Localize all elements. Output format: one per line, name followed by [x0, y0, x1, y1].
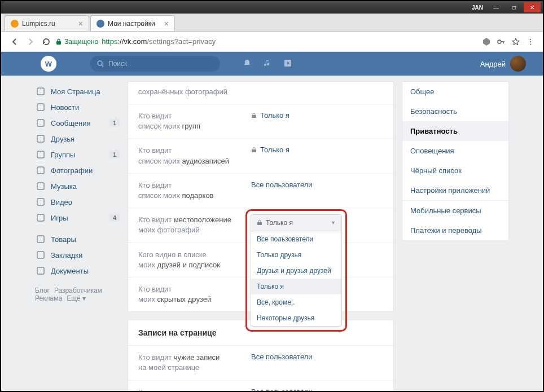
key-icon[interactable] — [495, 36, 507, 47]
row-can-post: Кто может оставлять записина моей страни… — [128, 380, 393, 392]
value-gifts[interactable]: Все пользователи — [251, 180, 313, 189]
photos-icon — [35, 165, 46, 176]
user-menu[interactable]: Андрей — [480, 56, 526, 72]
dd-option[interactable]: Друзья и друзья друзей — [251, 263, 341, 279]
dd-option[interactable]: Некоторые друзья — [251, 310, 341, 326]
svg-rect-15 — [37, 252, 44, 258]
svg-rect-10 — [37, 167, 44, 174]
row-gifts: Кто видитсписок моих подарков Все пользо… — [128, 173, 393, 208]
svg-rect-8 — [37, 135, 44, 142]
nav-home[interactable]: Моя Страница — [35, 83, 120, 99]
value-others-posts[interactable]: Все пользователи — [251, 353, 313, 361]
svg-rect-5 — [37, 88, 44, 95]
settings-tabs: ОбщееБезопасностьПриватностьОповещенияЧё… — [402, 81, 509, 241]
browser-tabs: Lumpics.ru × Мои настройки × — [1, 14, 543, 32]
url-text[interactable]: https://vk.com/settings?act=privacy — [102, 37, 216, 46]
svg-rect-18 — [252, 149, 256, 152]
nav-music[interactable]: Музыка — [35, 178, 120, 194]
location-dropdown[interactable]: Только я ▼ Все пользователи Только друзь… — [251, 214, 342, 327]
more-link[interactable]: Ещё ▾ — [67, 294, 86, 302]
secure-indicator[interactable]: Защищено — [55, 38, 98, 46]
svg-rect-9 — [37, 151, 44, 158]
dev-link[interactable]: Разработчикам — [54, 287, 102, 294]
menu-icon[interactable]: ⋮ — [525, 36, 536, 47]
address-bar: Защищено https://vk.com/settings?act=pri… — [1, 32, 543, 52]
svg-point-2 — [498, 40, 501, 43]
nav-docs[interactable]: Документы — [35, 263, 120, 279]
nav-bookmarks[interactable]: Закладки — [35, 247, 120, 263]
tab-lumpics[interactable]: Lumpics.ru × — [5, 15, 89, 31]
settings-tab[interactable]: Безопасность — [402, 102, 508, 121]
row-groups: Кто видитсписок моих групп Только я — [128, 104, 393, 138]
svg-rect-0 — [56, 41, 61, 45]
value-groups[interactable]: Только я — [251, 111, 289, 120]
search-input[interactable]: Поиск — [90, 56, 220, 72]
maximize-button[interactable]: □ — [506, 2, 523, 12]
dd-option[interactable]: Только я — [251, 279, 341, 294]
chevron-down-icon: ▼ — [331, 220, 336, 226]
dropdown-selected[interactable]: Только я ▼ — [251, 215, 341, 231]
nav-messages[interactable]: Сообщения1 — [35, 115, 120, 131]
music-icon[interactable] — [263, 59, 272, 69]
vk-header: W Поиск Андрей — [1, 52, 543, 76]
nav-games[interactable]: Игры4 — [35, 210, 120, 226]
close-button[interactable]: ✕ — [524, 2, 541, 12]
avatar — [510, 56, 526, 72]
svg-rect-7 — [37, 120, 44, 126]
minimize-button[interactable]: — — [488, 2, 504, 12]
settings-tab[interactable]: Оповещения — [402, 141, 508, 161]
settings-tab[interactable]: Чёрный список — [402, 161, 508, 180]
friends-icon — [35, 133, 46, 144]
svg-rect-16 — [37, 267, 44, 274]
nav-friends[interactable]: Друзья — [35, 131, 120, 147]
ads-link[interactable]: Реклама — [35, 294, 62, 302]
vk-logo-icon[interactable]: W — [41, 56, 56, 72]
svg-rect-19 — [257, 222, 262, 225]
reload-button[interactable] — [40, 35, 53, 49]
star-icon[interactable] — [510, 36, 521, 47]
settings-tab[interactable]: Приватность — [402, 121, 508, 141]
settings-tab[interactable]: Настройки приложений — [402, 180, 508, 200]
svg-marker-1 — [483, 38, 490, 46]
favicon-lumpics — [11, 20, 19, 28]
svg-rect-11 — [37, 183, 44, 190]
adblock-icon[interactable] — [481, 36, 492, 47]
dd-option[interactable]: Все пользователи — [251, 231, 341, 247]
home-icon — [35, 86, 46, 97]
back-button[interactable] — [8, 35, 21, 49]
left-nav: Моя СтраницаНовостиСообщения1ДрузьяГрупп… — [35, 76, 120, 392]
close-icon[interactable]: × — [78, 19, 83, 28]
svg-point-3 — [98, 61, 102, 65]
close-icon[interactable]: × — [164, 19, 169, 28]
value-audio[interactable]: Только я — [251, 146, 289, 154]
nav-groups[interactable]: Группы1 — [35, 147, 120, 162]
dd-option[interactable]: Только друзья — [251, 247, 341, 263]
games-icon — [35, 212, 46, 223]
nav-market[interactable]: Товары — [35, 231, 120, 247]
settings-tab[interactable]: Общее — [402, 82, 508, 102]
settings-tab[interactable]: Мобильные сервисы — [402, 201, 508, 221]
play-icon[interactable] — [283, 59, 292, 69]
jan-badge: JAN — [472, 5, 483, 11]
settings-tab[interactable]: Платежи и переводы — [402, 221, 508, 240]
nav-photos[interactable]: Фотографии — [35, 162, 120, 178]
forward-button[interactable] — [24, 35, 37, 49]
value-can-post[interactable]: Все пользователи — [251, 387, 313, 392]
market-icon — [35, 234, 46, 245]
nav-news[interactable]: Новости — [35, 99, 120, 115]
dd-option[interactable]: Все, кроме.. — [251, 294, 341, 310]
svg-rect-13 — [37, 214, 44, 221]
row-location: Кто видит местоположениемоих фотографий … — [128, 208, 393, 242]
tab-vk-settings[interactable]: Мои настройки × — [90, 15, 175, 31]
svg-rect-14 — [37, 236, 44, 243]
groups-icon — [35, 149, 46, 160]
badge: 4 — [109, 214, 120, 222]
dropdown-highlight: Только я ▼ Все пользователи Только друзь… — [245, 209, 347, 332]
favicon-vk — [96, 20, 104, 28]
blog-link[interactable]: Блог — [35, 287, 50, 294]
bell-icon[interactable] — [243, 59, 252, 69]
svg-rect-17 — [252, 115, 256, 118]
privacy-panel: сохранённых фотографий Кто видитсписок м… — [128, 81, 394, 312]
nav-video[interactable]: Видео — [35, 194, 120, 210]
row-audio: Кто видитсписок моих аудиозаписей Только… — [128, 138, 393, 173]
